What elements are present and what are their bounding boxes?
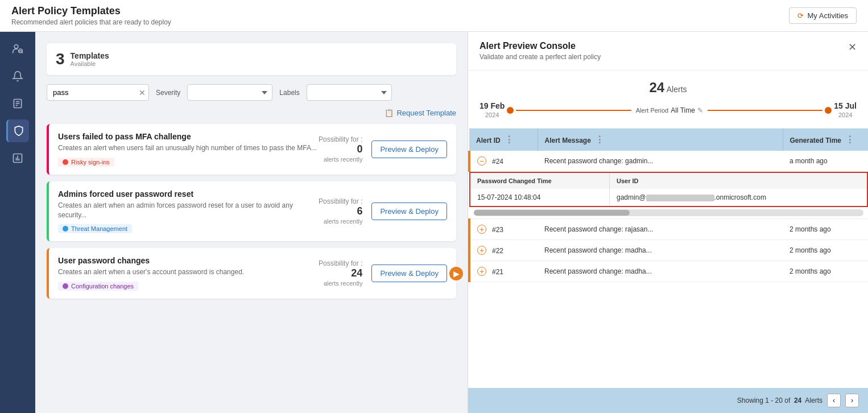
possibility-sub-pr: alerts recently [324,218,362,225]
row23-message: Recent password change: rajasan... [538,219,783,240]
detail-table: Password Changed Time User ID 15-07-2024… [469,172,868,207]
request-template-label: Request Template [396,109,456,117]
col-id-dots[interactable]: ⋮ [505,135,514,144]
templates-count: 3 [56,50,65,68]
alert-table-body: − #24 Recent password change: gadmin... … [469,151,868,282]
svg-point-0 [14,45,18,49]
row23-expand-icon[interactable]: + [477,225,486,234]
sidebar-item-analytics[interactable] [6,147,29,170]
template-tag-password-reset: Threat Management [58,224,132,233]
template-desc-mfa: Creates an alert when users fail an unus… [58,143,319,153]
console-subtitle: Validate and create a perfect alert poli… [480,53,601,61]
templates-sub: Available [71,60,109,67]
possibility-sub-pc: alerts recently [324,280,362,287]
alert-preview-console: Alert Preview Console Validate and creat… [468,32,868,413]
template-card-password-reset: Admins forced user password reset Create… [47,181,456,242]
table-row[interactable]: + #23 Recent password change: rajasan...… [469,219,868,240]
tag-label-password-changes: Configuration changes [71,283,134,290]
template-name-mfa: Users failed to pass MFA challenge [58,132,319,141]
filter-row: ✕ Severity High Medium Low Labels Risky … [47,84,456,101]
severity-dropdown[interactable]: High Medium Low [187,84,272,101]
close-console-button[interactable]: ✕ [848,41,857,53]
preview-deploy-mfa-button[interactable]: Preview & Deploy [371,141,447,158]
console-title: Alert Preview Console [480,41,601,51]
possibility-mfa: Possibility for : 0 alerts recently [319,135,362,163]
row24-expand-icon[interactable]: − [477,156,486,166]
timeline-line: Alert Period All Time ✎ [516,110,822,111]
template-tag-mfa: Risky sign-ins [58,158,114,167]
template-name-password-reset: Admins forced user password reset [58,189,319,199]
sidebar-item-reports[interactable] [6,92,29,115]
possibility-count-pc: 24 [319,267,362,279]
request-template-row: 📋 Request Template [47,109,456,117]
labels-label: Labels [279,89,299,97]
detail-table-header: Password Changed Time User ID [470,172,867,189]
template-name-password-changes: User password changes [58,256,319,265]
clear-search-button[interactable]: ✕ [139,88,146,97]
total-alerts-count: 24 [794,397,801,404]
possibility-password-reset: Possibility for : 6 alerts recently [319,197,362,225]
page-title: Alert Policy Templates [11,5,171,17]
tag-dot-red [63,159,68,165]
row21-time: 2 months ago [783,261,868,282]
possibility-label-pr: Possibility for : [319,197,362,205]
sidebar [0,32,35,413]
timeline-row: 19 Feb 2024 Alert Period All Time ✎ [480,101,857,119]
search-wrapper: ✕ [47,84,149,101]
start-year: 2024 [485,111,499,118]
horizontal-scrollbar[interactable] [474,209,863,216]
preview-deploy-pr-button[interactable]: Preview & Deploy [371,203,447,220]
period-label: Alert Period [636,107,668,114]
table-row[interactable]: + #22 Recent password change: madha... 2… [469,240,868,261]
possibility-count-pr: 6 [319,205,362,217]
template-desc-password-reset: Creates an alert when an admin forces pa… [58,201,319,220]
alert-table-wrapper[interactable]: Alert ID ⋮ Alert Message ⋮ Generated Tim… [468,129,868,388]
showing-text: Showing 1 - 20 of 24 Alerts [737,397,822,404]
row21-id: + #21 [469,261,538,282]
detail-time-value: 15-07-2024 10:48:04 [470,189,609,206]
end-date-text: 15 Jul [834,101,857,110]
alerts-summary: 24 Alerts [480,80,857,96]
possibility-label-mfa: Possibility for : [319,135,362,143]
row22-expand-icon[interactable]: + [477,246,486,255]
request-template-link[interactable]: 📋 Request Template [385,109,456,117]
detail-data-row: 15-07-2024 10:48:04 gadmin@.onmicrosoft.… [470,189,867,206]
search-input[interactable] [47,84,149,101]
tag-label-password-reset: Threat Management [71,225,127,232]
labels-dropdown[interactable]: Risky sign-ins Threat Management Configu… [307,84,392,101]
period-value: All Time ✎ [671,106,703,114]
next-page-button[interactable]: › [845,394,859,407]
col-msg-dots[interactable]: ⋮ [595,135,604,144]
row22-message: Recent password change: madha... [538,240,783,261]
table-scroll-area: Alert ID ⋮ Alert Message ⋮ Generated Tim… [468,129,868,388]
detail-col-user: User ID [609,172,867,189]
templates-label-block: Templates Available [71,51,109,67]
col-header-id: Alert ID ⋮ [469,129,538,151]
possibility-label-pc: Possibility for : [319,259,362,267]
possibility-count-mfa: 0 [319,143,362,155]
row21-expand-icon[interactable]: + [477,267,486,276]
template-right-password-changes: Possibility for : 24 alerts recently Pre… [319,259,447,287]
table-row[interactable]: − #24 Recent password change: gadmin... … [469,151,868,172]
table-row[interactable]: + #21 Recent password change: madha... 2… [469,261,868,282]
my-activities-button[interactable]: ⟳ My Activities [789,7,857,24]
row21-message: Recent password change: madha... [538,261,783,282]
sidebar-item-alerts[interactable] [6,65,29,88]
my-activities-label: My Activities [807,11,848,20]
edit-period-icon[interactable]: ✎ [697,106,703,114]
tag-label-mfa: Risky sign-ins [71,159,110,166]
expanded-detail-cell: Password Changed Time User ID 15-07-2024… [469,172,868,219]
alerts-label: Alerts [667,85,687,94]
prev-page-button[interactable]: ‹ [827,394,841,407]
sidebar-item-shield[interactable] [6,119,29,142]
alert-table-header: Alert ID ⋮ Alert Message ⋮ Generated Tim… [469,129,868,151]
row24-id: − #24 [469,151,538,172]
col-time-dots[interactable]: ⋮ [845,135,854,144]
page-subtitle: Recommended alert policies that are read… [11,18,171,26]
preview-deploy-pc-button[interactable]: Preview & Deploy [371,265,447,282]
start-date-text: 19 Feb [480,101,505,110]
timeline-section: 24 Alerts 19 Feb 2024 Alert Period All T… [468,71,868,129]
left-panel: 3 Templates Available ✕ Severity High [35,32,468,413]
sidebar-item-users[interactable] [6,38,29,60]
alerts-count: 24 [649,80,664,95]
